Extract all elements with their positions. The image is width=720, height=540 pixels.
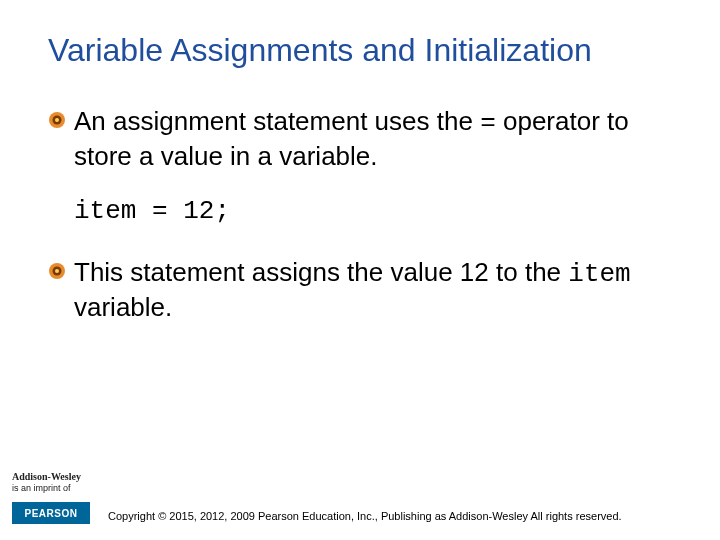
bullet-text: This statement assigns the value 12 to t…: [74, 256, 672, 323]
imprint-block: Addison-Wesley is an imprint of: [12, 471, 81, 494]
inline-code: =: [480, 108, 496, 138]
bullet-text-post: variable.: [74, 292, 172, 322]
bullet-icon: [48, 111, 66, 129]
slide-content: Variable Assignments and Initialization …: [0, 0, 720, 379]
footer-left: Addison-Wesley is an imprint of PEARSON: [12, 471, 104, 524]
bullet-text: An assignment statement uses the = opera…: [74, 105, 672, 172]
svg-point-5: [55, 269, 59, 273]
bullet-text-pre: An assignment statement uses the: [74, 106, 480, 136]
imprint-name: Addison-Wesley: [12, 471, 81, 483]
bullet-text-pre: This statement assigns the value 12 to t…: [74, 257, 568, 287]
copyright-text: Copyright © 2015, 2012, 2009 Pearson Edu…: [108, 510, 622, 524]
imprint-tag: is an imprint of: [12, 483, 81, 494]
slide-title: Variable Assignments and Initialization: [48, 32, 672, 69]
code-block: item = 12;: [74, 196, 672, 226]
bullet-item: An assignment statement uses the = opera…: [48, 105, 672, 172]
bullet-icon: [48, 262, 66, 280]
inline-code: item: [568, 259, 630, 289]
pearson-logo: PEARSON: [12, 502, 90, 524]
slide-footer: Addison-Wesley is an imprint of PEARSON …: [0, 471, 720, 524]
bullet-item: This statement assigns the value 12 to t…: [48, 256, 672, 323]
svg-point-2: [55, 118, 59, 122]
